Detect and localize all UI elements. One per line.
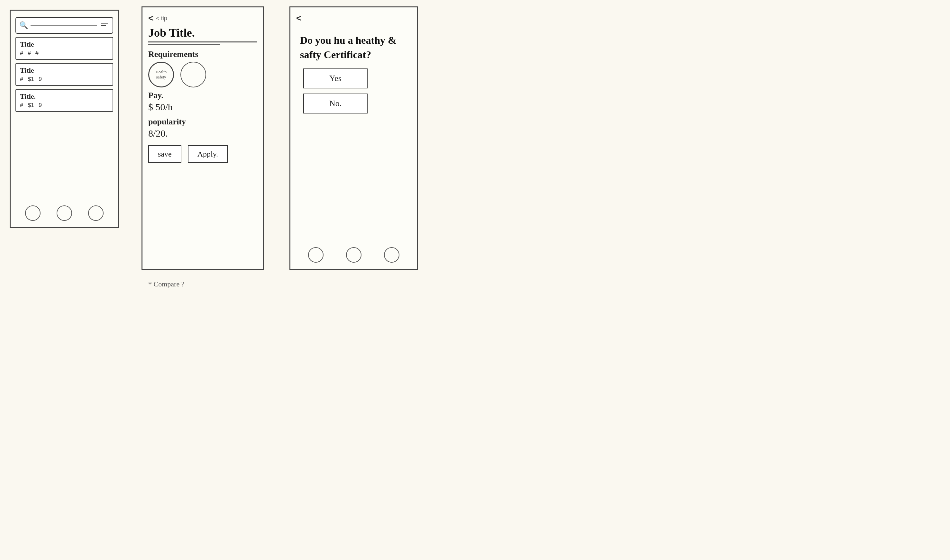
- pay-label: Pay.: [148, 91, 257, 100]
- requirements-row: Health safety: [148, 62, 257, 88]
- card2-meta: # $1 9: [20, 76, 109, 83]
- yes-button[interactable]: Yes: [303, 68, 368, 88]
- search-input-line: [31, 25, 97, 26]
- divider-1: [148, 42, 257, 42]
- divider-2: [148, 45, 220, 45]
- card1-meta: # # #: [20, 50, 109, 57]
- nav3-search-icon[interactable]: [346, 247, 362, 263]
- job-card-3[interactable]: Title. # $1 9: [15, 89, 113, 112]
- job-card-1[interactable]: Title # # #: [15, 37, 113, 60]
- screen1-job-list: 🔍 Title # # # Title # $1 9: [10, 10, 119, 228]
- nav3-home-icon[interactable]: [308, 247, 323, 263]
- job-card-2[interactable]: Title # $1 9: [15, 63, 113, 86]
- req-health-safety-circle[interactable]: Health safety: [148, 62, 174, 88]
- popularity-value: 8/20.: [148, 128, 257, 139]
- card2-title: Title: [20, 66, 109, 75]
- search-icon: 🔍: [19, 21, 28, 29]
- nav3-profile-icon[interactable]: [384, 247, 399, 263]
- back-button-2[interactable]: < < tip: [148, 13, 257, 23]
- card1-title: Title: [20, 40, 109, 49]
- nav-profile-icon[interactable]: [88, 205, 103, 221]
- screen2-job-detail: < < tip Job Title. Requirements Health s…: [142, 6, 264, 270]
- compare-note: * Compare ?: [148, 280, 184, 288]
- back-label-2: < tip: [156, 15, 167, 22]
- pay-section: Pay. $ 50/h: [148, 91, 257, 112]
- save-button[interactable]: save: [148, 145, 182, 163]
- apply-button[interactable]: Apply.: [188, 145, 228, 163]
- nav-home-icon[interactable]: [25, 205, 40, 221]
- popularity-label: popularity: [148, 117, 257, 127]
- card3-meta: # $1 9: [20, 102, 109, 109]
- requirements-label: Requirements: [148, 49, 257, 59]
- bottom-nav-3: [290, 247, 417, 263]
- bottom-nav-1: [11, 205, 118, 221]
- action-buttons: save Apply.: [148, 145, 257, 163]
- pay-value: $ 50/h: [148, 102, 257, 112]
- search-bar[interactable]: 🔍: [15, 17, 113, 34]
- back-arrow-icon: <: [148, 13, 153, 23]
- popularity-section: popularity 8/20.: [148, 117, 257, 139]
- nav-search-icon[interactable]: [57, 205, 72, 221]
- req-empty-circle[interactable]: [180, 62, 206, 88]
- card3-title: Title.: [20, 92, 109, 101]
- no-button[interactable]: No.: [303, 94, 368, 114]
- screen3-certificate-question: < Do you hu a heathy & safty Certificat?…: [289, 6, 418, 270]
- filter-icon[interactable]: [100, 22, 109, 29]
- question-text: Do you hu a heathy & safty Certificat?: [300, 33, 408, 62]
- back-button-3[interactable]: <: [296, 13, 411, 23]
- job-title: Job Title.: [148, 26, 257, 40]
